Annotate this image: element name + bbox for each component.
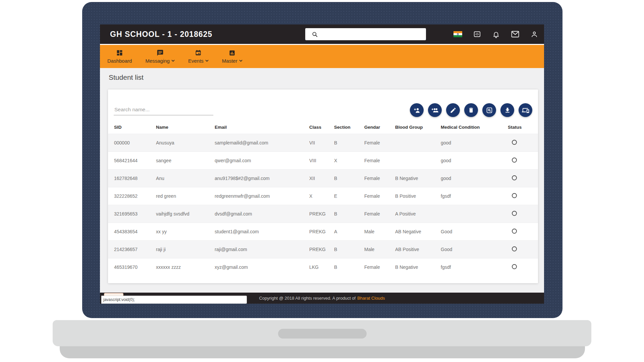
status-radio[interactable] bbox=[512, 193, 517, 198]
column-header-section: Section bbox=[334, 122, 364, 134]
cell-status bbox=[508, 241, 538, 258]
status-radio[interactable] bbox=[512, 229, 517, 234]
laptop-base-notch bbox=[278, 329, 367, 339]
cell-status bbox=[508, 258, 538, 276]
add-group-button[interactable] bbox=[428, 103, 442, 117]
chat-icon bbox=[157, 49, 164, 56]
cell-class: PREKG bbox=[309, 241, 334, 258]
cell-name: xxxxxx zzzz bbox=[156, 258, 215, 276]
cell-section: E bbox=[334, 187, 364, 205]
cell-gender: Female bbox=[364, 152, 395, 170]
column-header-gender: Gendar bbox=[364, 122, 395, 134]
column-header-status: Status bbox=[508, 122, 538, 134]
mail-icon[interactable] bbox=[511, 30, 520, 39]
page: GH SCHOOL - 1 - 2018625 bbox=[0, 0, 644, 362]
cell-medical bbox=[441, 205, 508, 223]
status-radio[interactable] bbox=[512, 211, 517, 216]
cell-blood: AB Positive bbox=[395, 241, 441, 258]
nav-item-events[interactable]: Events bbox=[188, 49, 209, 64]
cell-status bbox=[508, 170, 538, 187]
cell-class: VII bbox=[309, 134, 334, 152]
app-screen: GH SCHOOL - 1 - 2018625 bbox=[100, 24, 544, 304]
cell-status bbox=[508, 134, 538, 152]
cell-class: X bbox=[309, 187, 334, 205]
status-radio[interactable] bbox=[512, 246, 517, 251]
cell-sid: 454383654 bbox=[108, 223, 156, 241]
nav-item-dashboard[interactable]: Dashboard bbox=[107, 49, 132, 64]
search-icon bbox=[312, 31, 318, 38]
column-header-class: Class bbox=[309, 122, 334, 134]
cell-blood bbox=[395, 152, 441, 170]
cell-name: raji ji bbox=[156, 241, 215, 258]
column-header-sid: SID bbox=[108, 122, 156, 134]
column-header-email: Email bbox=[215, 122, 309, 134]
cell-sid: 321695653 bbox=[108, 205, 156, 223]
download-icon bbox=[504, 107, 511, 114]
header-icons bbox=[453, 24, 539, 44]
cell-blood: B Positive bbox=[395, 187, 441, 205]
laptop-base-lip bbox=[60, 346, 585, 358]
nav-item-messaging[interactable]: Messaging bbox=[145, 49, 175, 64]
edit-button[interactable] bbox=[446, 103, 460, 117]
cell-blood bbox=[395, 134, 441, 152]
cell-name: Anu bbox=[156, 170, 215, 187]
profile-icon[interactable] bbox=[530, 30, 539, 39]
cell-class: VIII bbox=[309, 152, 334, 170]
bell-icon[interactable] bbox=[492, 30, 500, 39]
cell-medical: good bbox=[441, 170, 508, 187]
cell-section: B bbox=[334, 170, 364, 187]
cell-sid: 568421644 bbox=[108, 152, 156, 170]
devices-button[interactable] bbox=[519, 103, 532, 117]
student-name-search-input[interactable] bbox=[114, 105, 213, 115]
cell-medical: good bbox=[441, 152, 508, 170]
global-search-box[interactable] bbox=[305, 28, 426, 40]
table-row: 321695653vaihjdfg svsdfvddvsdf@gmail.com… bbox=[108, 205, 538, 223]
cell-class: PREKG bbox=[309, 205, 334, 223]
delete-button[interactable] bbox=[464, 103, 478, 117]
cell-section: X bbox=[334, 152, 364, 170]
add-student-button[interactable] bbox=[410, 103, 424, 117]
cell-section: B bbox=[334, 258, 364, 276]
preview-button[interactable] bbox=[482, 103, 496, 117]
cell-gender: Female bbox=[364, 134, 395, 152]
brand-link[interactable]: Bharat Clouds bbox=[357, 296, 385, 301]
dashboard-grid-icon bbox=[116, 49, 123, 56]
page-title: Student list bbox=[109, 73, 144, 81]
copyright-text: Copyright @ 2018 All rights reserved. A … bbox=[259, 296, 356, 301]
cell-blood: B Negative bbox=[395, 258, 441, 276]
main-nav: Dashboard Messaging Events Master bbox=[100, 44, 544, 68]
cell-sid: 214236657 bbox=[108, 241, 156, 258]
status-radio[interactable] bbox=[512, 175, 517, 180]
cell-medical: Good bbox=[441, 241, 508, 258]
chevron-down-icon bbox=[239, 60, 243, 62]
cell-email: raji@gmail.com bbox=[215, 241, 309, 258]
devices-icon bbox=[522, 107, 529, 114]
table-row: 000000Anusuyasamplemailid@gmail.comVIIBF… bbox=[108, 134, 538, 152]
cell-status bbox=[508, 187, 538, 205]
status-radio[interactable] bbox=[512, 140, 517, 145]
student-list-card: SID Name Email Class Section Gendar Bloo… bbox=[108, 89, 538, 283]
person-add-icon bbox=[413, 107, 421, 114]
status-radio[interactable] bbox=[512, 158, 517, 163]
cell-email: redgreenmwfr@gmail.com bbox=[215, 187, 309, 205]
cell-email: samplemailid@gmail.com bbox=[215, 134, 309, 152]
cell-status bbox=[508, 152, 538, 170]
cell-name: Anusuya bbox=[156, 134, 215, 152]
cell-name: red green bbox=[156, 187, 215, 205]
cell-email: student1@gmail.com bbox=[215, 223, 309, 241]
india-flag-icon[interactable] bbox=[453, 30, 462, 39]
cell-medical: Good bbox=[441, 223, 508, 241]
cell-section: B bbox=[334, 241, 364, 258]
column-header-name: Name bbox=[156, 122, 215, 134]
school-title: GH SCHOOL - 1 - 2018625 bbox=[110, 30, 212, 39]
status-radio[interactable] bbox=[512, 264, 517, 269]
global-search-input[interactable] bbox=[318, 28, 426, 40]
nav-item-master[interactable]: Master bbox=[222, 50, 243, 64]
student-table: SID Name Email Class Section Gendar Bloo… bbox=[108, 122, 538, 276]
fullscreen-icon[interactable] bbox=[473, 30, 481, 39]
nav-label: Messaging bbox=[145, 58, 170, 64]
cell-medical: fgsdf bbox=[441, 187, 508, 205]
chevron-down-icon bbox=[205, 60, 209, 62]
cell-sid: 465319670 bbox=[108, 258, 156, 276]
download-button[interactable] bbox=[500, 103, 514, 117]
